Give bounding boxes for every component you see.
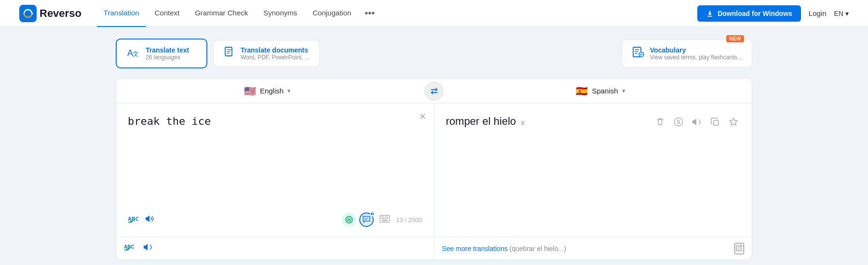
target-language-selector[interactable]: 🇪🇸 Spanish ▾ [449, 85, 752, 97]
output-translated-text: romper el hielo [446, 115, 516, 127]
bottom-speaker-button[interactable] [143, 242, 153, 254]
vocabulary-icon [632, 46, 644, 61]
svg-text:文: 文 [133, 50, 139, 57]
main-content: A 文 Translate text 26 languages Translat… [96, 27, 772, 265]
target-flag-icon: 🇪🇸 [576, 85, 588, 97]
vocabulary-labels: Vocabulary View saved terms, play flashc… [650, 46, 742, 61]
input-speaker-button[interactable] [145, 214, 155, 226]
svg-rect-3 [707, 16, 712, 17]
nav-item-translation[interactable]: Translation [97, 0, 146, 27]
more-translations-link[interactable]: See more translations (quebrar el hielo.… [442, 245, 731, 252]
output-copy-button[interactable] [708, 115, 722, 131]
target-chevron-icon: ▾ [622, 87, 625, 94]
logo-text: Reverso [40, 7, 81, 20]
translate-docs-title: Translate documents [241, 46, 310, 54]
tab-translate-docs[interactable]: Translate documents Word, PDF, PowerPoin… [213, 40, 320, 67]
nav-item-conjugation[interactable]: Conjugation [306, 0, 358, 27]
bottom-left: ABC [116, 237, 434, 260]
text-areas: break the ice ✕ ABC [116, 104, 752, 237]
reverso-s-icon: S [674, 117, 683, 127]
tab-translate-text[interactable]: A 文 Translate text 26 languages [116, 39, 207, 68]
green-extension-icon[interactable] [342, 212, 356, 227]
nav-item-context[interactable]: Context [148, 0, 187, 27]
external-link-icon [735, 244, 743, 252]
reverso-logo-icon [19, 5, 37, 22]
output-circle-s-button[interactable]: S [672, 115, 685, 131]
bottom-bar: ABC See more translations (quebrar el hi… [116, 237, 752, 260]
source-language-label: English [260, 87, 284, 95]
translate-text-title: Translate text [146, 46, 189, 54]
svg-rect-16 [387, 216, 389, 217]
language-selector[interactable]: EN ▾ [834, 10, 849, 17]
svg-rect-17 [381, 218, 383, 219]
keyboard-icon [380, 215, 390, 223]
translate-text-labels: Translate text 26 languages [146, 46, 189, 61]
top-tabs: A 文 Translate text 26 languages Translat… [116, 39, 752, 68]
svg-rect-24 [714, 120, 719, 125]
bottom-spellcheck-icon: ABC [124, 242, 136, 252]
source-language-selector[interactable]: 🇺🇸 English ▾ [116, 85, 419, 97]
logo[interactable]: Reverso [19, 5, 81, 22]
svg-rect-14 [383, 216, 385, 217]
tab-vocabulary[interactable]: NEW Vocabulary View saved terms, play fl… [622, 40, 752, 67]
copy-icon [710, 117, 720, 127]
translate-docs-icon [223, 46, 235, 61]
nav-more-icon[interactable]: ••• [360, 6, 380, 21]
output-speaker-button[interactable] [690, 115, 704, 131]
translate-text-subtitle: 26 languages [146, 54, 189, 61]
new-badge: NEW [726, 35, 744, 42]
output-star-button[interactable] [727, 115, 740, 131]
swap-icon: ⇄ [431, 86, 438, 96]
svg-rect-18 [383, 218, 385, 219]
header-right: Download for Windows Login EN ▾ [697, 5, 849, 22]
download-icon [706, 10, 714, 17]
translate-text-icon: A 文 [126, 45, 140, 62]
source-chevron-icon: ▾ [287, 87, 291, 94]
svg-rect-13 [381, 216, 383, 217]
output-text-area: romper el hielo v. [446, 113, 654, 129]
output-side: romper el hielo v. S [434, 104, 752, 237]
translate-docs-subtitle: Word, PDF, PowerPoint, ... [241, 54, 310, 61]
output-trash-button[interactable] [653, 115, 667, 131]
notification-dot: 1 [370, 212, 375, 216]
nav-item-grammar-check[interactable]: Grammar Check [188, 0, 255, 27]
vocabulary-subtitle: View saved terms, play flashcards... [650, 54, 742, 61]
spellcheck-icon: ABC [128, 214, 138, 224]
spellcheck-button[interactable]: ABC [128, 214, 138, 226]
output-actions: S [653, 115, 740, 131]
svg-rect-20 [387, 218, 389, 219]
svg-rect-21 [382, 220, 388, 221]
extension-icons: 1 [342, 212, 374, 227]
svg-rect-15 [385, 216, 387, 217]
bottom-right: See more translations (quebrar el hielo.… [434, 237, 752, 260]
trash-icon [655, 117, 665, 127]
svg-rect-19 [385, 218, 387, 219]
vocabulary-title: Vocabulary [650, 46, 742, 54]
more-translations-secondary: (quebrar el hielo...) [510, 245, 567, 252]
translate-docs-labels: Translate documents Word, PDF, PowerPoin… [241, 46, 310, 61]
nav-item-synonyms[interactable]: Synonyms [257, 0, 304, 27]
login-button[interactable]: Login [809, 9, 827, 17]
language-bar: 🇺🇸 English ▾ ⇄ 🇪🇸 Spanish ▾ [116, 79, 752, 104]
keyboard-icon-button[interactable] [380, 215, 390, 225]
speaker-icon [145, 214, 155, 224]
swap-languages-button[interactable]: ⇄ [424, 81, 444, 101]
svg-text:S: S [677, 119, 680, 125]
bottom-speaker-icon [143, 242, 153, 252]
star-icon [729, 117, 738, 127]
target-language-label: Spanish [592, 87, 618, 95]
download-button[interactable]: Download for Windows [697, 5, 801, 22]
blue-extension-icon[interactable]: 1 [359, 212, 374, 227]
input-bottom-right: 1 [342, 212, 422, 227]
main-nav: Translation Context Grammar Check Synony… [97, 0, 697, 27]
svg-rect-0 [19, 5, 37, 22]
more-translations-label: See more translations [442, 245, 508, 252]
output-speaker-icon [692, 117, 702, 127]
source-text-input[interactable]: break the ice [128, 113, 422, 209]
char-count: 13 / 2000 [396, 216, 422, 224]
external-link-button[interactable] [734, 243, 744, 254]
clear-input-button[interactable]: ✕ [419, 111, 426, 122]
bottom-spellcheck-button[interactable]: ABC [124, 242, 136, 254]
input-bottom-bar: ABC [128, 212, 422, 227]
header: Reverso Translation Context Grammar Chec… [0, 0, 868, 27]
